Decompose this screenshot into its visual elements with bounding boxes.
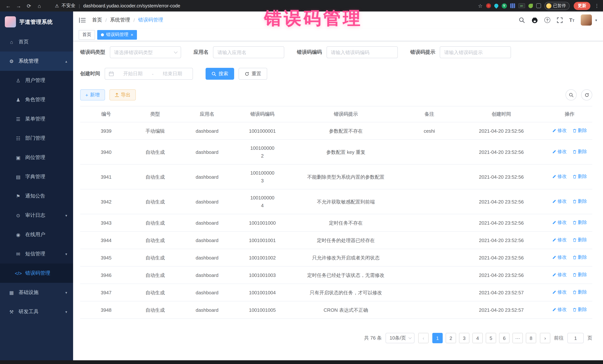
refresh-table-button[interactable] [581, 89, 592, 100]
delete-link-label: 删除 [578, 198, 587, 205]
error-type-select[interactable] [110, 46, 181, 58]
sidebar-item-post[interactable]: ▣ 岗位管理 [0, 148, 73, 167]
edit-link[interactable]: 修改 [552, 173, 567, 180]
cell-error-hint: 定时任务不存在 [289, 214, 403, 232]
page-size-select[interactable]: 10条/页 [385, 333, 415, 343]
extension-drop-icon[interactable] [493, 3, 499, 9]
page-button[interactable]: 3 [459, 333, 469, 343]
github-icon[interactable] [531, 17, 538, 23]
page-button[interactable]: 6 [499, 333, 510, 343]
edit-link[interactable]: 修改 [552, 271, 567, 279]
prev-page-button[interactable]: ‹ [418, 333, 429, 343]
sidebar-item-sms[interactable]: ✉ 短信管理 ▾ [0, 244, 73, 264]
back-button[interactable]: ← [4, 1, 13, 10]
reload-button[interactable]: ⟳ [24, 1, 33, 10]
user-avatar[interactable] [581, 14, 592, 26]
extension-on-icon[interactable]: on [518, 3, 525, 8]
sidebar-item-role[interactable]: ♟ 角色管理 [0, 90, 73, 109]
edit-link[interactable]: 修改 [552, 219, 567, 226]
delete-link[interactable]: 删除 [573, 254, 587, 261]
page-button[interactable]: 8 [526, 333, 536, 343]
edit-link[interactable]: 修改 [552, 254, 567, 261]
page-button[interactable]: ··· [512, 333, 523, 343]
delete-link[interactable]: 删除 [573, 127, 587, 134]
goto-page-input[interactable] [567, 333, 584, 343]
sidebar-item-dept[interactable]: ☷ 部门管理 [0, 129, 73, 148]
date-range-picker[interactable]: 开始日期 - 结束日期 [105, 68, 193, 80]
delete-link[interactable]: 删除 [573, 173, 587, 180]
show-search-toggle-button[interactable] [566, 89, 577, 100]
extension-v-icon[interactable]: V [501, 3, 507, 8]
page-button[interactable]: 4 [472, 333, 483, 343]
cell-create-time: 2021-04-20 23:52:57 [456, 301, 547, 319]
fullscreen-icon[interactable] [557, 17, 563, 23]
view-tabs-bar: 首页 × 错误码管理 × [73, 29, 603, 41]
breadcrumb-home[interactable]: 首页 [92, 17, 102, 23]
sidebar-item-infra[interactable]: ▦ 基础设施 ▾ [0, 283, 73, 302]
error-code-field[interactable] [326, 46, 398, 58]
edit-link[interactable]: 修改 [552, 236, 567, 244]
delete-link[interactable]: 删除 [573, 271, 587, 279]
edit-link[interactable]: 修改 [552, 148, 567, 156]
sidebar-item-error-code[interactable]: </> 错误码管理 [0, 264, 73, 283]
delete-link[interactable]: 删除 [573, 288, 587, 296]
search-button[interactable]: 搜索 [206, 68, 234, 80]
sidebar-item-user[interactable]: ♙ 用户管理 [0, 71, 73, 90]
home-button[interactable]: ⌂ [35, 1, 44, 10]
reset-button[interactable]: 重置 [239, 68, 267, 80]
edit-link[interactable]: 修改 [552, 198, 567, 205]
delete-link[interactable]: 删除 [573, 148, 587, 156]
view-tab[interactable]: 错误码管理 × [97, 30, 137, 39]
edit-link[interactable]: 修改 [552, 288, 567, 296]
sidebar-item-home[interactable]: ⌂ 首页 [0, 32, 73, 52]
add-button[interactable]: + 新增 [80, 89, 105, 100]
edit-link[interactable]: 修改 [552, 127, 567, 134]
forward-button[interactable]: → [14, 1, 23, 10]
app-name-input[interactable] [213, 46, 284, 58]
sidebar-item-menu[interactable]: ☰ 菜单管理 [0, 109, 73, 129]
error-type-input[interactable] [110, 46, 181, 58]
page-button[interactable]: 5 [486, 333, 496, 343]
avatar-caret-icon[interactable]: ▾ [595, 18, 597, 22]
font-size-icon[interactable]: TT [569, 17, 574, 23]
delete-link[interactable]: 删除 [573, 219, 587, 226]
export-button[interactable]: 导出 [109, 89, 136, 100]
extension-record-icon[interactable] [486, 3, 491, 8]
search-icon[interactable] [519, 17, 525, 23]
page-button[interactable]: 2 [446, 333, 456, 343]
browser-menu-icon[interactable]: ⋮ [594, 3, 599, 9]
address-bar[interactable]: ⚠ 不安全 | dashboard.yudao.iocoder.cn/syste… [55, 3, 478, 9]
app-name-field[interactable] [213, 46, 284, 58]
sidebar-item-online-user[interactable]: ◉ 在线用户 [0, 225, 73, 244]
view-tab[interactable]: 首页 × [79, 30, 95, 39]
extensions-puzzle-icon[interactable] [536, 3, 541, 8]
update-button[interactable]: 更新 [574, 2, 590, 10]
error-code-input[interactable] [326, 46, 398, 58]
sidebar-item-notice[interactable]: ⚑ 通知公告 [0, 187, 73, 206]
sidebar-collapse-icon[interactable] [79, 17, 86, 23]
extension-leaf-icon[interactable] [528, 3, 533, 8]
sidebar-item-dev-tools[interactable]: ⚒ 研发工具 ▾ [0, 302, 73, 321]
page-button[interactable]: 1 [432, 333, 443, 343]
delete-link[interactable]: 删除 [573, 198, 587, 205]
menu-item-icon: ☷ [15, 135, 22, 141]
menu-item-icon: ▦ [8, 290, 15, 295]
bookmark-star-icon[interactable]: ☆ [478, 3, 483, 9]
edit-link-label: 修改 [557, 236, 567, 244]
extension-bars-icon[interactable] [510, 3, 515, 8]
help-icon[interactable]: ? [544, 17, 550, 23]
sidebar-item-system[interactable]: ⚙ 系统管理 ▴ [0, 52, 73, 71]
delete-link[interactable]: 删除 [573, 306, 587, 314]
error-hint-input[interactable] [440, 46, 511, 58]
app-logo[interactable]: 芋道管理系统 [0, 11, 73, 32]
sidebar-item-audit-log[interactable]: ⊙ 审计日志 ▾ [0, 206, 73, 225]
error-hint-field[interactable] [440, 46, 511, 58]
edit-pencil-icon [552, 308, 556, 312]
breadcrumb-system[interactable]: 系统管理 [110, 17, 130, 23]
sidebar-item-dict[interactable]: ▤ 字典管理 [0, 167, 73, 187]
edit-link[interactable]: 修改 [552, 306, 567, 314]
tab-close-icon[interactable]: × [131, 33, 133, 37]
next-page-button[interactable]: › [540, 333, 550, 343]
paused-badge[interactable]: 已暂停 [544, 2, 570, 10]
delete-link[interactable]: 删除 [573, 236, 587, 244]
